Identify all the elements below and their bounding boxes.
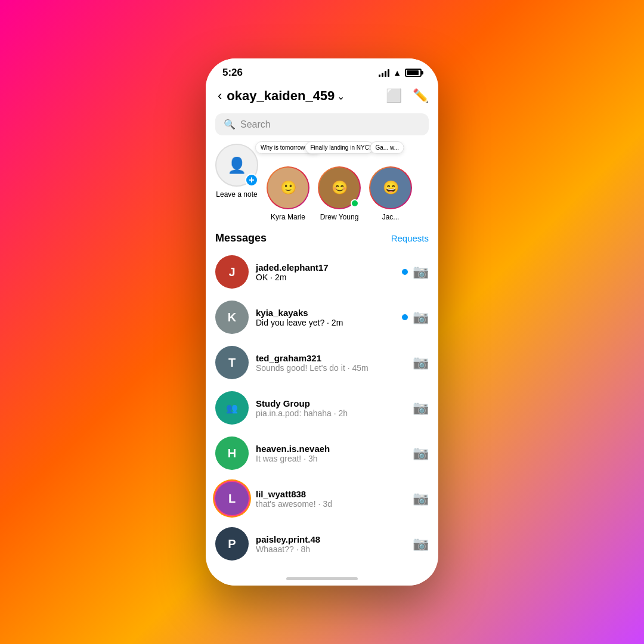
heaven-preview: It was great! · 3h [256,454,405,463]
home-bar [286,577,358,580]
studygroup-right: 📷 [413,400,429,416]
message-item-kyia[interactable]: K kyia_kayaks Did you leave yet? · 2m 📷 [206,295,438,340]
paisley-content: paisley.print.48 Whaaat?? · 8h [256,534,405,554]
ted-right: 📷 [413,355,429,370]
leave-note-avatar-wrap: 👤 + [215,144,258,187]
camera-icon[interactable]: 📷 [413,355,429,370]
story-item-leave-note[interactable]: 👤 + Leave a note [215,144,258,221]
lil-wyatt-username: lil_wyatt838 [256,489,405,499]
drew-avatar-wrap: 😊 [318,166,361,209]
signal-icon [379,69,389,77]
username-row[interactable]: okay_kaiden_459 ⌄ [227,88,345,104]
studygroup-content: Study Group pia.in.a.pod: hahaha · 2h [256,398,405,418]
message-item-lil-wyatt[interactable]: L lil_wyatt838 that's awesome! · 3d 📷 [206,476,438,521]
kyia-content: kyia_kayaks Did you leave yet? · 2m [256,308,395,327]
compose-icon[interactable]: ✏️ [413,88,429,104]
jaded-right: 📷 [402,264,429,280]
paisley-username: paisley.print.48 [256,534,405,544]
search-bar[interactable]: 🔍 Search [215,113,429,135]
jack-note-bubble: Ga... w... [370,141,404,154]
studygroup-username: Study Group [256,398,405,408]
unread-indicator [402,314,408,320]
kyia-username: kyia_kayaks [256,308,395,318]
kyia-right: 📷 [402,309,429,325]
jaded-content: jaded.elephant17 OK · 2m [256,262,395,282]
add-note-plus-icon: + [245,174,258,187]
study-group-avatar: 👥 [215,391,249,425]
username-label: okay_kaiden_459 [227,88,335,104]
heaven-username: heaven.is.nevaeh [256,444,405,454]
drew-young-label: Drew Young [320,213,359,221]
message-item-heaven[interactable]: H heaven.is.nevaeh It was great! · 3h 📷 [206,431,438,476]
paisley-right: 📷 [413,536,429,552]
paisley-preview: Whaaat?? · 8h [256,544,405,554]
jack-avatar: 😄 [369,166,412,209]
message-item-jaded[interactable]: J jaded.elephant17 OK · 2m 📷 [206,249,438,295]
requests-link[interactable]: Requests [391,233,429,243]
status-bar: 5:26 ▲ [206,58,438,83]
kyra-name-label: Kyra Marie [271,213,305,221]
ted-avatar: T [215,346,249,379]
stories-row: 👤 + Leave a note Why is tomorrow Monday!… [206,141,438,228]
camera-icon[interactable]: 📷 [413,400,429,416]
message-item-studygroup[interactable]: 👥 Study Group pia.in.a.pod: hahaha · 2h … [206,385,438,431]
home-indicator [206,571,438,586]
paisley-avatar: P [215,527,249,561]
search-icon: 🔍 [224,119,236,130]
ted-content: ted_graham321 Sounds good! Let's do it ·… [256,353,405,373]
lil-wyatt-avatar: L [215,482,249,515]
status-time: 5:26 [222,67,243,79]
leave-note-label: Leave a note [216,190,257,199]
header-right: ⬜ ✏️ [386,88,429,104]
jaded-username: jaded.elephant17 [256,262,395,273]
studygroup-preview: pia.in.a.pod: hahaha · 2h [256,408,405,418]
status-icons: ▲ [379,68,422,78]
heaven-right: 📷 [413,445,429,461]
video-call-icon[interactable]: ⬜ [386,88,402,104]
phone-frame: 5:26 ▲ ‹ okay_kaiden_459 ⌄ ⬜ ✏️ [206,58,438,586]
story-item-jack[interactable]: Ga... w... 😄 Jac... [369,144,412,221]
jaded-avatar: J [215,255,249,289]
jack-avatar-wrap: 😄 [369,166,412,209]
messages-section-header: Messages Requests [206,228,438,249]
back-button[interactable]: ‹ [215,86,224,106]
lil-wyatt-preview: that's awesome! · 3d [256,499,405,509]
jack-name-label: Jac... [382,213,400,221]
kyra-avatar: 🙂 [267,166,309,209]
heaven-avatar: H [215,436,249,470]
lil-wyatt-content: lil_wyatt838 that's awesome! · 3d [256,489,405,509]
message-item-paisley[interactable]: P paisley.print.48 Whaaat?? · 8h 📷 [206,521,438,566]
story-item-drew-young[interactable]: Finally landing in NYC! ❤️ 😊 Drew Young [318,144,361,221]
unread-indicator [402,269,408,275]
wifi-icon: ▲ [393,68,401,78]
messages-list: J jaded.elephant17 OK · 2m 📷 K kyia_kaya… [206,249,438,571]
header: ‹ okay_kaiden_459 ⌄ ⬜ ✏️ [206,83,438,111]
search-placeholder: Search [240,119,271,130]
kyia-avatar: K [215,301,249,334]
chevron-down-icon: ⌄ [337,91,345,102]
online-status-dot [351,199,359,208]
camera-icon[interactable]: 📷 [413,536,429,552]
camera-icon[interactable]: 📷 [413,309,429,325]
battery-icon [405,69,422,77]
camera-icon[interactable]: 📷 [413,491,429,506]
story-item-kyra-marie[interactable]: Why is tomorrow Monday!? 😩 🙂 Kyra Marie [267,144,309,221]
heaven-content: heaven.is.nevaeh It was great! · 3h [256,444,405,463]
kyia-preview: Did you leave yet? · 2m [256,318,395,327]
jaded-preview: OK · 2m [256,273,395,282]
message-item-ted[interactable]: T ted_graham321 Sounds good! Let's do it… [206,340,438,385]
ted-preview: Sounds good! Let's do it · 45m [256,363,405,373]
header-left: ‹ okay_kaiden_459 ⌄ [215,86,345,106]
drew-note-bubble: Finally landing in NYC! ❤️ [305,141,374,154]
lil-wyatt-right: 📷 [413,491,429,506]
camera-icon[interactable]: 📷 [413,445,429,461]
ted-username: ted_graham321 [256,353,405,363]
camera-icon[interactable]: 📷 [413,264,429,280]
messages-title: Messages [215,232,267,244]
kyra-avatar-wrap: 🙂 [267,166,309,209]
